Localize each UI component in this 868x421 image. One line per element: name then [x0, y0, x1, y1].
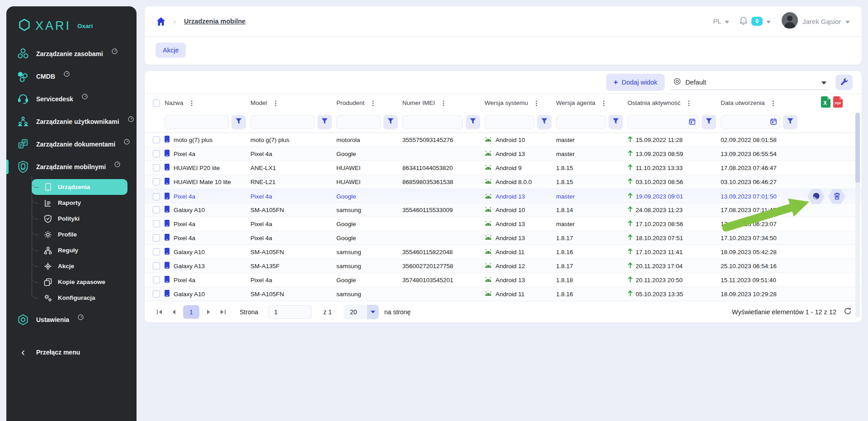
sidebar-subitem-profile[interactable]: Profile [32, 227, 127, 242]
view-select[interactable]: Default [671, 75, 829, 90]
table-settings-button[interactable] [835, 75, 853, 90]
export-excel-icon[interactable]: X [821, 96, 830, 109]
row-checkbox[interactable] [153, 220, 160, 227]
sidebar-subitem-urz-dzenia[interactable]: Urządzenia [32, 179, 127, 195]
calendar-icon[interactable] [770, 118, 777, 127]
filter-input-numer-imei[interactable] [402, 115, 463, 129]
home-icon[interactable] [156, 17, 165, 26]
filter-input-model[interactable] [250, 115, 315, 129]
sidebar-subitem-regu-y[interactable]: Reguły [32, 242, 127, 258]
calendar-icon[interactable] [689, 118, 695, 127]
filter-button-produdent[interactable] [383, 115, 398, 129]
delete-device-button[interactable] [828, 189, 845, 204]
table-row[interactable]: Galaxy A13 SM-A135F samsung 356002720127… [145, 259, 862, 273]
sidebar-subitem-konfiguracja[interactable]: Konfiguracja [32, 290, 127, 306]
sidebar-item-cmdb[interactable]: CMDB [13, 65, 130, 88]
column-menu-icon[interactable]: ⋮ [533, 99, 541, 107]
sidebar-item-zarz-dzanie-mobilnymi[interactable]: Zarządzanie mobilnymi [13, 156, 130, 178]
filter-button-wersja-agenta[interactable] [609, 115, 623, 129]
filter-button-numer-imei[interactable] [466, 115, 480, 129]
scrollbar-thumb[interactable] [855, 113, 860, 183]
select-all-checkbox[interactable] [153, 99, 160, 107]
android-icon [485, 276, 492, 284]
row-checkbox[interactable] [153, 206, 160, 213]
row-checkbox[interactable] [153, 276, 160, 284]
table-row[interactable]: Pixel 4a Pixel 4a Google Android 13 mast… [145, 189, 862, 203]
view-device-button[interactable] [807, 189, 825, 204]
row-checkbox[interactable] [153, 193, 160, 200]
table-filter-row [145, 112, 862, 132]
row-checkbox[interactable] [153, 234, 160, 241]
sidebar-item-zarz-dzanie-dokumentami[interactable]: Zarządzanie dokumentami [13, 133, 130, 156]
logo[interactable]: XARI Oxari [13, 6, 130, 43]
filter-button-ostatnia-aktywno[interactable] [702, 115, 716, 129]
filter-input-nazwa[interactable] [165, 115, 229, 129]
column-menu-icon[interactable]: ⋮ [439, 99, 448, 107]
sidebar-subitem-polityki[interactable]: Polityki [32, 211, 127, 227]
sidebar-toggle[interactable]: ‹ Przełącz menu [13, 341, 130, 364]
column-menu-icon[interactable]: ⋮ [369, 99, 377, 107]
filter-input-data-utworzenia[interactable] [721, 115, 780, 129]
actions-button[interactable]: Akcje [156, 43, 186, 58]
sidebar-item-servicedesk[interactable]: Servicedesk [13, 88, 130, 110]
last-page-button[interactable] [218, 307, 228, 317]
sidebar-subitem-akcje[interactable]: Akcje [32, 258, 127, 274]
device-phone-icon [165, 220, 170, 228]
sidebar-item-ustawienia[interactable]: Ustawienia [13, 308, 130, 331]
column-menu-icon[interactable]: ⋮ [600, 99, 608, 107]
row-checkbox[interactable] [153, 136, 160, 143]
page-size-select[interactable]: 20 [344, 305, 379, 319]
table-row[interactable]: Pixel 4a Pixel 4a Google Android 13 1.8.… [145, 231, 862, 245]
add-view-button[interactable]: + Dodaj widok [606, 74, 665, 91]
row-checkbox[interactable] [153, 290, 160, 298]
sidebar-item-zarz-dzanie-zasobami[interactable]: Zarządzanie zasobami [13, 43, 130, 65]
sidebar-subitem-raporty[interactable]: Raporty [32, 195, 127, 211]
filter-button-wersja-systemu[interactable] [537, 115, 552, 129]
column-menu-icon[interactable]: ⋮ [685, 99, 693, 107]
cell-created: 17.08.2023 07:46:47 [721, 165, 802, 171]
table-row[interactable]: Pixel 4a Pixel 4a Google 357480103545201… [145, 273, 862, 287]
table-row[interactable]: Pixel 4a Pixel 4a Google Android 13 mast… [145, 217, 862, 231]
notification-badge: 0 [751, 17, 763, 26]
notifications[interactable]: 0 [739, 16, 771, 27]
filter-input-wersja-agenta[interactable] [556, 115, 606, 129]
filter-button-nazwa[interactable] [231, 115, 246, 129]
page-input[interactable] [268, 305, 311, 319]
table-scrollbar[interactable] [855, 113, 860, 317]
row-checkbox[interactable] [153, 178, 160, 185]
table-row[interactable]: Pixel 4a Pixel 4a Google Android 13 mast… [145, 147, 862, 161]
sidebar-subitem-kopie-zapasowe[interactable]: Kopie zapasowe [32, 274, 127, 290]
current-page-button[interactable]: 1 [183, 305, 199, 319]
row-checkbox[interactable] [153, 248, 160, 255]
breadcrumb-link[interactable]: Urządzenia mobilne [184, 18, 245, 25]
refresh-icon[interactable] [844, 307, 852, 317]
sidebar-item-zarz-dzanie-u-ytkownikami[interactable]: Zarządzanie użytkownikami [13, 110, 130, 133]
next-page-button[interactable] [205, 307, 213, 317]
logo-hexagon-icon [18, 18, 31, 33]
filter-button-model[interactable] [317, 115, 332, 129]
filter-input-wersja-systemu[interactable] [485, 115, 534, 129]
first-page-button[interactable] [155, 307, 164, 317]
cell-name: Pixel 4a [165, 220, 250, 228]
filter-input-ostatnia-aktywno[interactable] [627, 115, 699, 129]
table-row[interactable]: Galaxy A10 SM-A105FN samsung 35546011553… [145, 203, 862, 217]
table-row[interactable]: HUAWEI P20 lite ANE-LX1 HUAWEI 863411044… [145, 161, 862, 175]
previous-page-button[interactable] [170, 307, 178, 317]
column-menu-icon[interactable]: ⋮ [272, 99, 280, 107]
row-actions [802, 189, 862, 204]
table-row[interactable]: HUAWEI Mate 10 lite RNE-L21 HUAWEI 86859… [145, 175, 862, 189]
row-checkbox[interactable] [153, 150, 160, 157]
column-menu-icon[interactable]: ⋮ [769, 99, 778, 107]
language-selector[interactable]: PL [713, 18, 730, 25]
filter-button-data-utworzenia[interactable] [783, 115, 797, 129]
row-checkbox[interactable] [153, 164, 160, 171]
column-menu-icon[interactable]: ⋮ [188, 99, 196, 107]
export-pdf-icon[interactable]: PDF [833, 96, 843, 109]
table-row[interactable]: Galaxy A10 SM-A105FN samsung 35546011582… [145, 245, 862, 259]
row-checkbox[interactable] [153, 262, 160, 270]
table-row[interactable]: moto g(7) plus moto g(7) plus motorola 3… [145, 132, 862, 147]
user-menu[interactable]: Jarek Gąsior [782, 12, 850, 30]
cell-imei: 868598035361538 [402, 179, 485, 185]
filter-input-produdent[interactable] [336, 115, 381, 129]
table-row[interactable]: Galaxy A10 SM-A105FN samsung Android 11 … [145, 287, 862, 301]
